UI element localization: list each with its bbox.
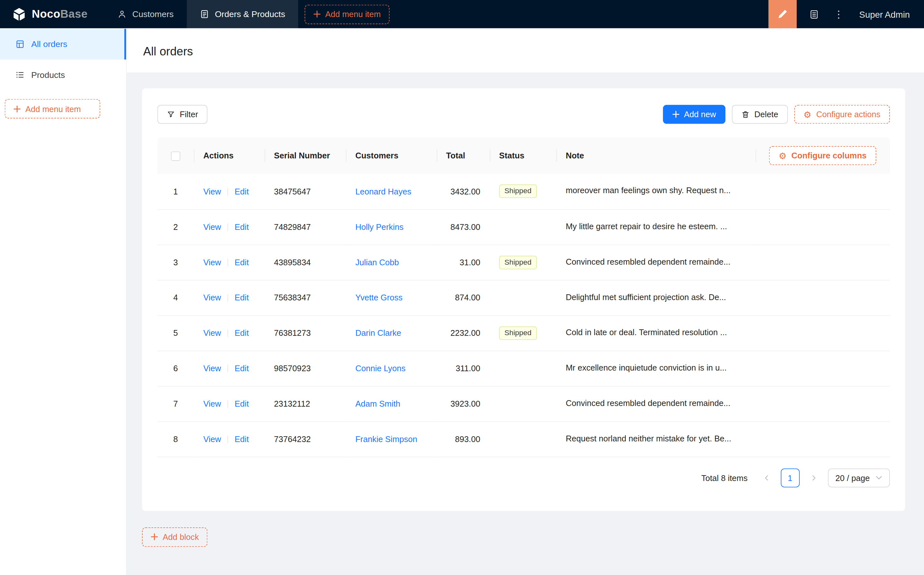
customer-link[interactable]: Connie Lyons bbox=[356, 364, 406, 373]
add-block-button[interactable]: Add block bbox=[142, 527, 208, 546]
page-header: All orders bbox=[127, 28, 924, 72]
nav-item-orders-products[interactable]: Orders & Products bbox=[187, 0, 298, 28]
edit-link[interactable]: Edit bbox=[235, 399, 249, 408]
plus-icon bbox=[14, 105, 21, 112]
configure-columns-button[interactable]: ⚙ Configure columns bbox=[770, 146, 876, 165]
customer-link[interactable]: Frankie Simpson bbox=[356, 434, 417, 444]
page-size-select[interactable]: 20 / page bbox=[828, 468, 890, 487]
sidebar-item-label: Products bbox=[31, 70, 65, 79]
view-link[interactable]: View bbox=[203, 329, 221, 338]
serial-number: 38475647 bbox=[274, 187, 311, 196]
note-text: My little garret repair to desire he est… bbox=[566, 221, 727, 230]
action-divider bbox=[228, 329, 228, 337]
serial-number: 75638347 bbox=[274, 293, 311, 302]
all-orders-icon bbox=[16, 40, 25, 49]
view-link[interactable]: View bbox=[203, 222, 221, 232]
table-row: 2 ViewEdit 74829847 Holly Perkins 8473.0… bbox=[157, 209, 890, 245]
customer-link[interactable]: Holly Perkins bbox=[356, 222, 404, 232]
column-header-actions: Actions bbox=[194, 137, 265, 173]
header-add-menu-item-button[interactable]: Add menu item bbox=[305, 5, 389, 24]
serial-number: 98570923 bbox=[274, 364, 311, 373]
logo[interactable]: NocoBase bbox=[0, 7, 100, 22]
table-toolbar: Filter Add new Delete bbox=[157, 105, 890, 124]
more-menu-button[interactable]: ⋮ bbox=[826, 0, 851, 28]
total-value: 874.00 bbox=[455, 293, 480, 302]
customers-icon bbox=[117, 10, 126, 19]
customer-link[interactable]: Leonard Hayes bbox=[356, 187, 411, 196]
sidebar-item-products[interactable]: Products bbox=[0, 60, 126, 90]
column-header-status: Status bbox=[490, 137, 556, 173]
sidebar-item-all-orders[interactable]: All orders bbox=[0, 29, 126, 60]
orders-table-body: 1 ViewEdit 38475647 Leonard Hayes 3432.0… bbox=[157, 174, 890, 457]
customer-link[interactable]: Darin Clarke bbox=[356, 329, 401, 338]
edit-link[interactable]: Edit bbox=[235, 364, 249, 373]
row-index: 5 bbox=[173, 329, 178, 338]
delete-button[interactable]: Delete bbox=[732, 105, 788, 124]
total-value: 8473.00 bbox=[451, 222, 480, 232]
nocobase-app: NocoBase Customers Orders & Products Add… bbox=[0, 0, 924, 575]
row-index: 6 bbox=[173, 364, 178, 373]
plus-icon bbox=[314, 11, 321, 18]
ellipsis-icon: ⋮ bbox=[834, 9, 843, 19]
action-divider bbox=[228, 224, 228, 231]
column-header-serial-number: Serial Number bbox=[265, 137, 346, 173]
nocobase-logo-icon bbox=[12, 7, 27, 22]
previous-page-button[interactable] bbox=[757, 468, 776, 487]
customer-link[interactable]: Julian Cobb bbox=[356, 257, 399, 267]
customer-link[interactable]: Adam Smith bbox=[356, 399, 400, 408]
filter-icon bbox=[167, 110, 175, 119]
pagination: Total 8 items 1 20 / page bbox=[157, 468, 890, 487]
view-link[interactable]: View bbox=[203, 434, 221, 444]
nav-item-label: Customers bbox=[132, 10, 173, 19]
customer-link[interactable]: Yvette Gross bbox=[356, 293, 403, 302]
table-row: 7 ViewEdit 23132112 Adam Smith 3923.00 C… bbox=[157, 386, 890, 421]
select-all-checkbox[interactable] bbox=[171, 151, 180, 160]
note-text: Delightful met sufficient projection ask… bbox=[566, 292, 726, 301]
serial-number: 43895834 bbox=[274, 257, 311, 267]
serial-number: 73764232 bbox=[274, 434, 311, 444]
main-nav: Customers Orders & Products Add menu ite… bbox=[104, 0, 389, 28]
sidebar: All orders Products Add menu item bbox=[0, 28, 127, 575]
table-header-row: Actions Serial Number Customers Total St… bbox=[157, 137, 890, 173]
nav-item-customers[interactable]: Customers bbox=[104, 0, 186, 28]
orders-icon bbox=[200, 10, 209, 19]
page-1-button[interactable]: 1 bbox=[781, 468, 800, 487]
view-link[interactable]: View bbox=[203, 364, 221, 373]
docs-button[interactable] bbox=[801, 0, 826, 28]
action-divider bbox=[228, 188, 228, 195]
total-value: 31.00 bbox=[460, 257, 480, 267]
edit-link[interactable]: Edit bbox=[235, 434, 249, 444]
total-value: 893.00 bbox=[455, 434, 480, 444]
table-row: 8 ViewEdit 73764232 Frankie Simpson 893.… bbox=[157, 421, 890, 457]
table-row: 1 ViewEdit 38475647 Leonard Hayes 3432.0… bbox=[157, 174, 890, 209]
edit-link[interactable]: Edit bbox=[235, 257, 249, 267]
view-link[interactable]: View bbox=[203, 399, 221, 408]
next-page-button[interactable] bbox=[804, 468, 823, 487]
edit-link[interactable]: Edit bbox=[235, 293, 249, 302]
edit-link[interactable]: Edit bbox=[235, 187, 249, 196]
action-divider bbox=[228, 435, 228, 443]
orders-card: Filter Add new Delete bbox=[142, 89, 905, 511]
view-link[interactable]: View bbox=[203, 187, 221, 196]
configure-actions-button[interactable]: ⚙ Configure actions bbox=[794, 105, 890, 124]
note-text: Mr excellence inquietude conviction is i… bbox=[566, 363, 727, 372]
table-row: 3 ViewEdit 43895834 Julian Cobb 31.00 Sh… bbox=[157, 245, 890, 280]
status-badge: Shipped bbox=[499, 326, 537, 340]
view-link[interactable]: View bbox=[203, 293, 221, 302]
main-content: All orders Filter bbox=[127, 28, 924, 575]
filter-button[interactable]: Filter bbox=[157, 105, 208, 124]
view-link[interactable]: View bbox=[203, 257, 221, 267]
action-divider bbox=[228, 259, 228, 267]
sidebar-item-label: All orders bbox=[31, 40, 67, 49]
status-badge: Shipped bbox=[499, 255, 537, 269]
row-index: 2 bbox=[173, 222, 178, 232]
total-value: 3432.00 bbox=[451, 187, 480, 196]
edit-link[interactable]: Edit bbox=[235, 329, 249, 338]
gear-icon: ⚙ bbox=[779, 151, 787, 160]
note-text: Cold in late or deal. Terminated resolut… bbox=[566, 327, 727, 337]
sidebar-add-menu-item-button[interactable]: Add menu item bbox=[5, 99, 100, 119]
ui-editor-button[interactable] bbox=[768, 0, 797, 28]
add-new-button[interactable]: Add new bbox=[662, 105, 726, 124]
user-menu[interactable]: Super Admin bbox=[851, 9, 924, 19]
edit-link[interactable]: Edit bbox=[235, 222, 249, 232]
